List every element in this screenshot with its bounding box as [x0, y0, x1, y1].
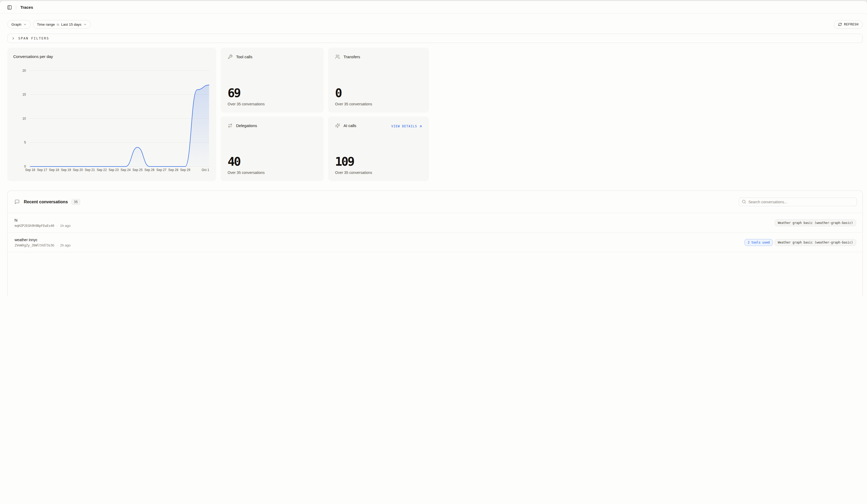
svg-text:Sep 22: Sep 22: [97, 168, 107, 172]
message-square-icon: [14, 199, 20, 204]
sparkles-icon: [335, 123, 340, 128]
graph-type-dropdown[interactable]: Graph: [8, 20, 31, 29]
stat-card-subtitle: Over 35 conversations: [228, 171, 317, 175]
metrics-grid: Conversations per day 20151050Sep 16Sep …: [8, 47, 434, 181]
svg-text:20: 20: [22, 69, 26, 73]
arrows-swap-icon: [228, 123, 233, 128]
meta-separator: ·: [57, 224, 58, 228]
svg-text:Sep 20: Sep 20: [73, 168, 83, 172]
svg-text:Sep 19: Sep 19: [61, 168, 71, 172]
stat-card-title: Delegations: [236, 124, 257, 128]
svg-text:Sep 27: Sep 27: [157, 168, 167, 172]
conversation-id: ZVeWXgZy_Z6WltVd73s3G: [14, 243, 54, 247]
stat-card-tool-calls: Tool calls 69 Over 35 conversations: [221, 47, 324, 112]
svg-text:Sep 24: Sep 24: [121, 168, 131, 172]
stat-card-value: 109: [335, 156, 422, 168]
conversation-id: mqHZP2EGh9h9BpFEwEs40: [14, 224, 54, 228]
svg-text:Sep 23: Sep 23: [108, 168, 119, 172]
span-filters-toggle[interactable]: SPAN FILTERS: [8, 34, 434, 43]
svg-text:Oct 1: Oct 1: [202, 168, 209, 172]
chevron-down-icon: [23, 23, 27, 26]
stat-card-ai-calls: AI calls VIEW DETAILS 109 Over 35 conver…: [328, 117, 429, 181]
wrench-icon: [228, 54, 233, 59]
conversation-title: hi: [14, 218, 71, 222]
stat-card-subtitle: Over 35 conversations: [335, 171, 422, 175]
stat-card-value: 0: [335, 88, 422, 99]
view-details-label: VIEW DETAILS: [392, 125, 417, 128]
time-range-filter[interactable]: Time range is Last 15 days: [33, 20, 91, 29]
conversation-row[interactable]: hi mqHZP2EGh9h9BpFEwEs40 · 1h ago Weathe…: [8, 213, 434, 233]
conversation-row[interactable]: weather innyc ZVeWXgZy_Z6WltVd73s3G · 2h…: [8, 233, 434, 252]
recent-conversations-header: Recent conversations 35: [8, 191, 434, 213]
view-details-link[interactable]: VIEW DETAILS: [392, 125, 422, 128]
header-divider: [16, 5, 16, 10]
page-title: Traces: [20, 5, 33, 10]
top-header: Traces: [0, 1, 434, 14]
svg-text:Sep 26: Sep 26: [144, 168, 154, 172]
span-filters-label: SPAN FILTERS: [18, 36, 49, 40]
conversations-area-chart: 20151050Sep 16Sep 17Sep 18Sep 19Sep 20Se…: [8, 47, 216, 181]
chevron-down-icon: [83, 23, 87, 26]
svg-text:Sep 21: Sep 21: [85, 168, 95, 172]
svg-text:Sep 18: Sep 18: [49, 168, 59, 172]
svg-text:5: 5: [24, 141, 26, 144]
stat-card-delegations: Delegations 40 Over 35 conversations: [221, 117, 324, 181]
graph-dropdown-label: Graph: [11, 22, 21, 26]
conversations-chart-card: Conversations per day 20151050Sep 16Sep …: [8, 47, 216, 181]
time-range-field: Time range: [37, 22, 55, 26]
stat-card-value: 40: [228, 156, 317, 168]
recent-conversations-title: Recent conversations: [24, 200, 68, 204]
meta-separator: ·: [57, 243, 58, 247]
svg-text:Sep 17: Sep 17: [37, 168, 47, 172]
conversation-time: 1h ago: [60, 224, 71, 228]
stat-card-value: 69: [228, 88, 317, 99]
users-icon: [335, 54, 340, 59]
sidebar-toggle-button[interactable]: [6, 4, 13, 11]
svg-text:15: 15: [22, 93, 26, 96]
stat-card-transfers: Transfers 0 Over 35 conversations: [328, 47, 429, 112]
time-range-operator: is: [57, 22, 59, 26]
recent-conversations-card: Recent conversations 35 hi mqHZP2EGh9h9B…: [8, 191, 434, 252]
conversation-title: weather innyc: [14, 238, 71, 242]
stat-card-subtitle: Over 35 conversations: [228, 102, 317, 106]
stat-card-title: Transfers: [343, 55, 360, 59]
time-range-value: Last 15 days: [61, 22, 82, 26]
content-sheet: Traces Graph Time range is Last 15 days: [0, 1, 434, 252]
stat-card-title: Tool calls: [236, 55, 253, 59]
traces-page: { "header": { "title": "Traces" }, "tool…: [0, 0, 434, 252]
svg-text:0: 0: [24, 165, 26, 168]
arrow-up-right-icon: [419, 125, 422, 128]
stat-card-subtitle: Over 35 conversations: [335, 102, 422, 106]
stat-card-title: AI calls: [343, 124, 356, 128]
svg-text:Sep 29: Sep 29: [180, 168, 190, 172]
svg-text:Sep 28: Sep 28: [168, 168, 178, 172]
panel-left-icon: [7, 5, 12, 10]
conversation-time: 2h ago: [60, 243, 71, 247]
conversation-count-badge: 35: [72, 199, 80, 205]
chevron-right-icon: [11, 36, 15, 40]
filters-toolbar: Graph Time range is Last 15 days REFRESH: [8, 20, 434, 29]
svg-text:Sep 25: Sep 25: [132, 168, 143, 172]
svg-text:Sep 16: Sep 16: [25, 168, 35, 172]
svg-text:10: 10: [22, 117, 26, 120]
